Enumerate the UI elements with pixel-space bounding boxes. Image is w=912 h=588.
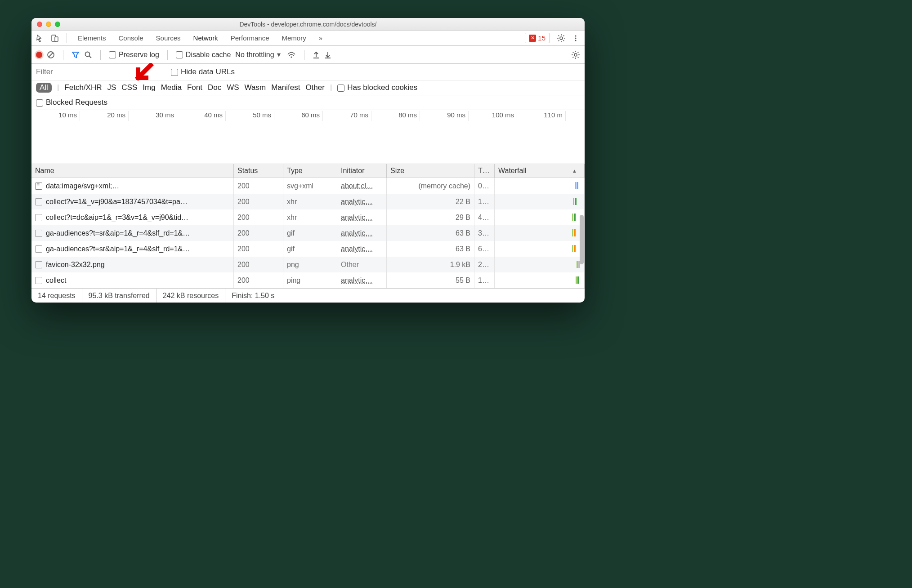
request-time: 2…: [474, 257, 495, 272]
filter-input[interactable]: [36, 67, 162, 77]
tab-elements[interactable]: Elements: [72, 31, 112, 45]
tab-memory[interactable]: Memory: [277, 31, 312, 45]
request-initiator[interactable]: analytic…: [337, 194, 387, 209]
request-status: 200: [234, 178, 283, 194]
table-row[interactable]: collect200pinganalytic…55 B1…: [31, 272, 585, 288]
chevron-down-icon: ▾: [277, 50, 281, 59]
network-conditions-icon[interactable]: [287, 51, 296, 58]
request-time: 0…: [474, 178, 495, 194]
table-row[interactable]: ga-audiences?t=sr&aip=1&_r=4&slf_rd=1&…2…: [31, 225, 585, 241]
export-har-icon[interactable]: [324, 51, 331, 59]
hide-data-urls-checkbox[interactable]: Hide data URLs: [171, 67, 235, 76]
panel-tabs: Elements Console Sources Network Perform…: [31, 31, 585, 46]
file-icon: [35, 245, 42, 253]
svg-line-9: [89, 56, 92, 58]
separator: [67, 33, 67, 43]
request-initiator[interactable]: analytic…: [337, 225, 387, 241]
disable-cache-checkbox[interactable]: Disable cache: [176, 51, 231, 59]
request-size: 29 B: [387, 209, 474, 225]
window-title: DevTools - developer.chrome.com/docs/dev…: [31, 21, 585, 28]
svg-line-7: [49, 53, 53, 57]
svg-rect-1: [55, 37, 58, 41]
col-time[interactable]: T…: [474, 164, 495, 178]
status-transferred: 95.3 kB transferred: [82, 289, 156, 303]
request-size: (memory cache): [387, 178, 474, 194]
import-har-icon[interactable]: [313, 51, 320, 59]
request-initiator[interactable]: Other: [337, 257, 387, 272]
col-waterfall[interactable]: Waterfall ▲: [495, 164, 585, 178]
network-settings-icon[interactable]: [571, 50, 580, 59]
tab-more[interactable]: »: [313, 31, 328, 45]
col-type[interactable]: Type: [283, 164, 337, 178]
filter-toggle-icon[interactable]: [72, 51, 80, 59]
record-button[interactable]: [36, 52, 42, 58]
blocked-requests-row: Blocked Requests: [31, 95, 585, 110]
throttling-select[interactable]: No throttling ▾: [235, 50, 282, 59]
type-js[interactable]: JS: [107, 83, 116, 92]
request-name: data:image/svg+xml;…: [46, 182, 119, 190]
type-doc[interactable]: Doc: [208, 83, 221, 92]
tab-performance[interactable]: Performance: [225, 31, 275, 45]
request-time: 4…: [474, 209, 495, 225]
request-size: 22 B: [387, 194, 474, 209]
type-img[interactable]: Img: [143, 83, 155, 92]
timeline-ticks: 10 ms 20 ms 30 ms 40 ms 50 ms 60 ms 70 m…: [31, 110, 585, 121]
request-time: 1…: [474, 194, 495, 209]
file-icon: [35, 198, 42, 205]
error-count-badge[interactable]: ✕ 15: [525, 33, 550, 43]
device-toggle-icon[interactable]: [49, 32, 61, 45]
type-ws[interactable]: WS: [227, 83, 239, 92]
request-initiator[interactable]: analytic…: [337, 241, 387, 257]
type-wasm[interactable]: Wasm: [245, 83, 266, 92]
status-requests: 14 requests: [31, 289, 82, 303]
gear-icon[interactable]: [555, 32, 568, 45]
tab-sources[interactable]: Sources: [151, 31, 186, 45]
type-media[interactable]: Media: [161, 83, 182, 92]
type-other[interactable]: Other: [305, 83, 325, 92]
type-all[interactable]: All: [36, 83, 52, 93]
col-status[interactable]: Status: [234, 164, 283, 178]
status-finish: Finish: 1.50 s: [225, 289, 281, 303]
preserve-log-checkbox[interactable]: Preserve log: [109, 51, 159, 59]
inspect-icon[interactable]: [34, 32, 47, 45]
request-time: 1…: [474, 272, 495, 288]
request-initiator[interactable]: analytic…: [337, 272, 387, 288]
request-name: collect: [46, 276, 66, 285]
request-status: 200: [234, 209, 283, 225]
request-table-header: Name Status Type Initiator Size T… Water…: [31, 164, 585, 178]
table-row[interactable]: data:image/svg+xml;…200svg+xmlabout:cl…(…: [31, 178, 585, 194]
table-row[interactable]: collect?t=dc&aip=1&_r=3&v=1&_v=j90&tid…2…: [31, 209, 585, 225]
request-name: favicon-32x32.png: [46, 261, 105, 269]
vertical-scrollbar[interactable]: [580, 215, 584, 264]
col-size[interactable]: Size: [387, 164, 474, 178]
request-status: 200: [234, 225, 283, 241]
tab-console[interactable]: Console: [113, 31, 149, 45]
has-blocked-cookies-checkbox[interactable]: Has blocked cookies: [337, 83, 417, 92]
request-type: gif: [283, 241, 337, 257]
request-size: 63 B: [387, 241, 474, 257]
type-fetchxhr[interactable]: Fetch/XHR: [64, 83, 102, 92]
type-manifest[interactable]: Manifest: [271, 83, 300, 92]
table-row[interactable]: ga-audiences?t=sr&aip=1&_r=4&slf_rd=1&…2…: [31, 241, 585, 257]
clear-button[interactable]: [47, 51, 55, 59]
blocked-requests-checkbox[interactable]: Blocked Requests: [36, 98, 107, 107]
request-name: collect?v=1&_v=j90&a=1837457034&t=pa…: [46, 198, 188, 206]
request-type: xhr: [283, 209, 337, 225]
request-initiator[interactable]: analytic…: [337, 209, 387, 225]
type-css[interactable]: CSS: [121, 83, 137, 92]
timeline-overview[interactable]: 10 ms 20 ms 30 ms 40 ms 50 ms 60 ms 70 m…: [31, 110, 585, 164]
col-name[interactable]: Name: [31, 164, 234, 178]
col-initiator[interactable]: Initiator: [337, 164, 387, 178]
search-icon[interactable]: [84, 51, 92, 59]
table-row[interactable]: collect?v=1&_v=j90&a=1837457034&t=pa…200…: [31, 194, 585, 209]
tab-network[interactable]: Network: [188, 31, 224, 45]
request-initiator[interactable]: about:cl…: [337, 178, 387, 194]
request-status: 200: [234, 194, 283, 209]
request-size: 1.9 kB: [387, 257, 474, 272]
type-font[interactable]: Font: [187, 83, 202, 92]
table-row[interactable]: favicon-32x32.png200pngOther1.9 kB2…: [31, 257, 585, 272]
waterfall-cell: [495, 241, 585, 257]
request-time: 3…: [474, 225, 495, 241]
request-status: 200: [234, 257, 283, 272]
kebab-icon[interactable]: [569, 32, 582, 45]
